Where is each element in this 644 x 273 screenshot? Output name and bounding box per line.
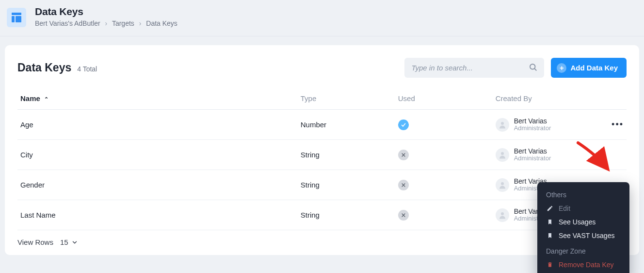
table-row[interactable]: AgeNumberBert VariasAdministrator••• [17,110,627,140]
cell-created-by: Bert VariasAdministrator [493,110,602,140]
cell-actions [602,140,627,170]
table-row[interactable]: GenderStringBert VariasAdministrator [17,170,627,200]
creator-name: Bert Varias [514,117,551,125]
svg-point-8 [501,152,504,155]
page-size-select[interactable]: 15 [60,238,78,246]
avatar [496,118,509,132]
page-size-value: 15 [60,238,68,246]
cell-type: String [298,170,395,200]
cell-created-by: Bert VariasAdministrator [493,140,602,170]
add-data-key-button[interactable]: + Add Data Key [551,58,627,78]
menu-item-see-vast-usages[interactable]: See VAST Usages [540,229,627,242]
breadcrumb: Bert Varias's AdButler › Targets › Data … [35,19,177,27]
svg-line-4 [535,68,536,70]
menu-section-others: Others [540,189,627,202]
x-icon [398,150,409,160]
data-table: Name ⌃ Type Used Created By AgeNumberBer… [17,88,627,230]
panel-title: Data Keys [17,61,71,74]
page-title: Data Keys [35,6,177,17]
view-rows-label: View Rows [17,238,53,246]
menu-item-remove[interactable]: Remove Data Key [540,258,627,272]
breadcrumb-item[interactable]: Targets [112,19,134,27]
row-context-menu: Others Edit See Usages See VAST Usages D… [537,182,629,273]
svg-rect-0 [12,13,21,15]
chevron-right-icon: › [105,19,108,27]
page-header: Data Keys Bert Varias's AdButler › Targe… [0,0,644,36]
plus-icon: + [557,63,566,73]
menu-item-see-usages[interactable]: See Usages [540,215,627,229]
cell-actions: ••• [602,110,627,140]
trash-icon [546,261,554,268]
svg-rect-2 [16,16,21,22]
cell-type: String [298,200,395,230]
bookmark-icon [546,219,554,225]
search-icon [529,63,537,73]
table-footer: View Rows 15 [17,230,627,246]
cell-name: Last Name [17,200,298,230]
breadcrumb-item[interactable]: Bert Varias's AdButler [35,19,100,27]
svg-point-11 [501,182,504,185]
panel-header: Data Keys 4 Total + Add Data Key [17,58,627,78]
column-name[interactable]: Name ⌃ [17,88,298,110]
table-row[interactable]: CityStringBert VariasAdministrator [17,140,627,170]
more-icon[interactable]: ••• [612,119,624,129]
cell-name: City [17,140,298,170]
avatar [496,208,509,222]
creator-role: Administrator [514,125,551,132]
cell-used [395,140,493,170]
search-field[interactable] [404,58,544,78]
svg-point-5 [501,122,504,125]
breadcrumb-item: Data Keys [146,19,177,27]
app-icon [7,8,26,27]
check-icon [398,119,409,130]
creator-name: Bert Varias [514,147,551,155]
cell-used [395,170,493,200]
column-used[interactable]: Used [395,88,493,110]
add-button-label: Add Data Key [570,64,618,72]
cell-name: Gender [17,170,298,200]
column-created-by[interactable]: Created By [493,88,602,110]
cell-name: Age [17,110,298,140]
edit-icon [546,205,554,212]
svg-rect-1 [12,16,15,22]
search-input[interactable] [411,64,529,72]
panel-count: 4 Total [77,65,97,73]
cell-type: String [298,140,395,170]
cell-used [395,110,493,140]
column-type[interactable]: Type [298,88,395,110]
avatar [496,148,509,162]
svg-point-14 [501,212,504,215]
table-row[interactable]: Last NameStringBert VariasAdministrator [17,200,627,230]
x-icon [398,210,409,221]
cell-used [395,200,493,230]
avatar [496,178,509,192]
chevron-down-icon [71,239,78,246]
chevron-right-icon: › [139,19,142,27]
sort-asc-icon: ⌃ [44,96,48,102]
bookmark-icon [546,232,554,239]
main-panel: Data Keys 4 Total + Add Data Key Na [5,45,639,255]
cell-type: Number [298,110,395,140]
menu-item-edit[interactable]: Edit [540,202,627,215]
x-icon [398,180,409,190]
menu-section-danger: Danger Zone [540,245,627,258]
creator-role: Administrator [514,155,551,162]
